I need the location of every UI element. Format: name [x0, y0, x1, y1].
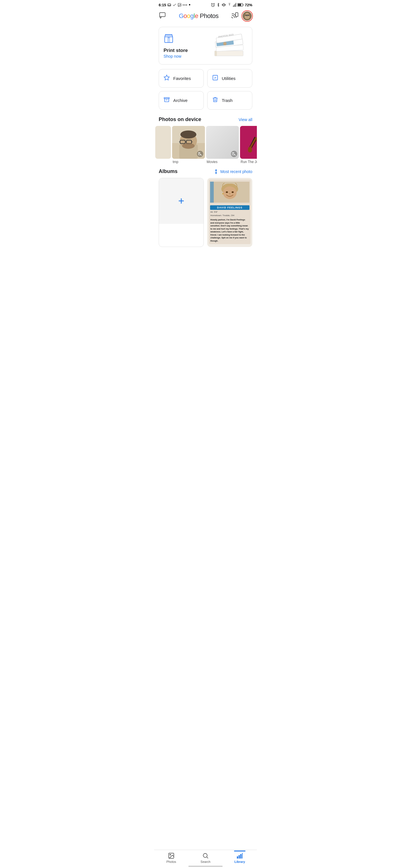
archive-svg [163, 96, 170, 103]
svg-rect-26 [215, 51, 217, 56]
svg-point-47 [180, 130, 196, 138]
trash-icon [212, 96, 218, 104]
archive-button[interactable]: Archive [159, 91, 204, 110]
svg-rect-24 [167, 37, 170, 38]
svg-point-20 [246, 16, 248, 17]
svg-rect-12 [160, 12, 165, 17]
new-album-thumb: + [159, 178, 203, 224]
svg-rect-22 [167, 38, 170, 42]
list-item[interactable]: Run The Jewels... [240, 126, 257, 164]
david-bio: Howdy partner, I'm David Feelings and ev… [210, 218, 249, 243]
svg-rect-17 [245, 15, 249, 16]
utilities-svg [212, 74, 218, 81]
shop-now-link[interactable]: Shop now [163, 54, 188, 59]
sort-icon [214, 169, 219, 174]
logo-e: e [195, 12, 198, 20]
logo-o2: o [187, 12, 190, 20]
svg-rect-7 [235, 4, 235, 7]
check-box-icon [212, 74, 218, 82]
svg-point-59 [231, 191, 233, 193]
store-svg [163, 33, 174, 43]
new-album-card[interactable]: + [159, 178, 204, 247]
print-store-image: PHOTOS 2023 [210, 33, 248, 59]
svg-rect-10 [243, 4, 244, 5]
bluetooth-icon [216, 3, 220, 7]
star-icon [163, 74, 170, 82]
photo-label-movies: Movies [206, 160, 239, 164]
svg-point-60 [222, 193, 223, 194]
logo-o1: o [184, 12, 187, 20]
vibrate-icon [221, 3, 226, 7]
david-feelings-thumb: DAVID FEELINGS Ht: 5'6"Hometown: Trodde,… [207, 178, 252, 247]
print-store-info: Print store Shop now [163, 33, 188, 59]
david-feelings-card[interactable]: DAVID FEELINGS Ht: 5'6"Hometown: Trodde,… [207, 178, 252, 247]
svg-rect-8 [236, 3, 236, 7]
david-face-svg [210, 181, 249, 204]
photo-thumb-movies [206, 126, 239, 159]
svg-rect-4 [223, 3, 224, 6]
list-item[interactable]: Movies [206, 126, 239, 164]
google-photos-logo: Google Photos [179, 12, 218, 20]
top-bar-actions [231, 11, 252, 21]
cast-icon [231, 12, 239, 19]
list-item[interactable] [155, 126, 171, 164]
cast-button[interactable] [231, 12, 239, 20]
svg-rect-36 [165, 98, 169, 102]
top-bar: Google Photos [154, 8, 257, 25]
archive-icon [163, 96, 170, 104]
view-all-button[interactable]: View all [239, 117, 252, 122]
plus-icon: + [178, 195, 184, 207]
avatar-image [243, 11, 252, 21]
list-item[interactable]: tmp [172, 126, 205, 164]
sort-button[interactable]: Most recent photo [214, 169, 252, 174]
albums-grid: + [159, 178, 252, 247]
david-stats: Ht: 5'6"Hometown: Trodde, OH [210, 210, 249, 218]
wifi-icon [227, 3, 232, 7]
trash-button[interactable]: Trash [207, 91, 252, 110]
status-right: 72% [211, 3, 252, 7]
svg-rect-23 [165, 35, 172, 35]
image-icon-status [178, 3, 182, 7]
avatar[interactable] [242, 11, 252, 21]
star-svg [163, 74, 170, 81]
utilities-button[interactable]: Utilities [207, 69, 252, 88]
quick-actions-grid: Favorites Utilities Archive Trash [159, 69, 252, 110]
battery-icon [238, 3, 244, 7]
device-photos-header: Photos on device View all [154, 114, 257, 126]
status-bar: 6:15 ••• • 72% [154, 0, 257, 8]
store-icon [163, 33, 188, 45]
cloud-off-svg2 [232, 152, 236, 156]
rtj-svg [244, 130, 257, 155]
archive-label: Archive [173, 98, 188, 103]
print-store-card[interactable]: Print store Shop now PHOTOS 2023 [159, 27, 252, 65]
check-icon [172, 3, 177, 7]
alarm-icon [211, 3, 215, 7]
trash-svg [212, 96, 218, 103]
cloud-off-icon-tmp [197, 151, 203, 157]
sort-label: Most recent photo [220, 169, 252, 174]
svg-rect-61 [210, 182, 214, 203]
dot-status: • [189, 2, 191, 7]
svg-point-2 [179, 4, 179, 5]
svg-marker-33 [164, 75, 169, 80]
chat-button[interactable] [159, 12, 166, 20]
svg-rect-5 [233, 5, 234, 7]
david-name-badge: DAVID FEELINGS [210, 205, 249, 210]
cloud-off-icon-movies [231, 151, 237, 157]
svg-point-58 [226, 191, 228, 193]
svg-point-46 [182, 143, 195, 149]
favorites-button[interactable]: Favorites [159, 69, 204, 88]
book-stack-svg: PHOTOS 2023 [212, 34, 246, 58]
logo-photos-text: Photos [198, 12, 218, 20]
cloud-off-svg [198, 152, 202, 156]
tray-icon [167, 3, 171, 7]
trash-label: Trash [222, 98, 232, 103]
photo-label-rtj: Run The Jewels... [240, 160, 257, 164]
device-photos-list: tmp Movies [154, 126, 257, 166]
favorites-label: Favorites [173, 76, 191, 81]
svg-rect-6 [234, 5, 234, 7]
albums-header: Albums Most recent photo [154, 166, 257, 178]
logo-g2: g [190, 12, 194, 20]
svg-point-57 [223, 186, 236, 199]
svg-rect-51 [248, 147, 252, 152]
